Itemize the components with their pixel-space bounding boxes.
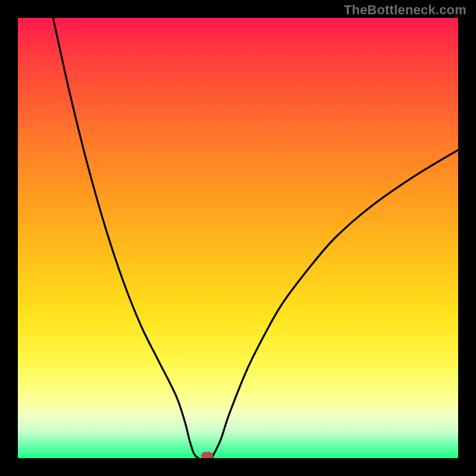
curve-right-branch — [212, 150, 458, 458]
chart-frame: TheBottleneck.com — [0, 0, 476, 476]
minimum-marker — [201, 452, 213, 459]
watermark-text: TheBottleneck.com — [344, 2, 466, 18]
curve-left-branch — [53, 18, 198, 458]
bottleneck-curve — [18, 18, 458, 458]
plot-area — [18, 18, 458, 458]
